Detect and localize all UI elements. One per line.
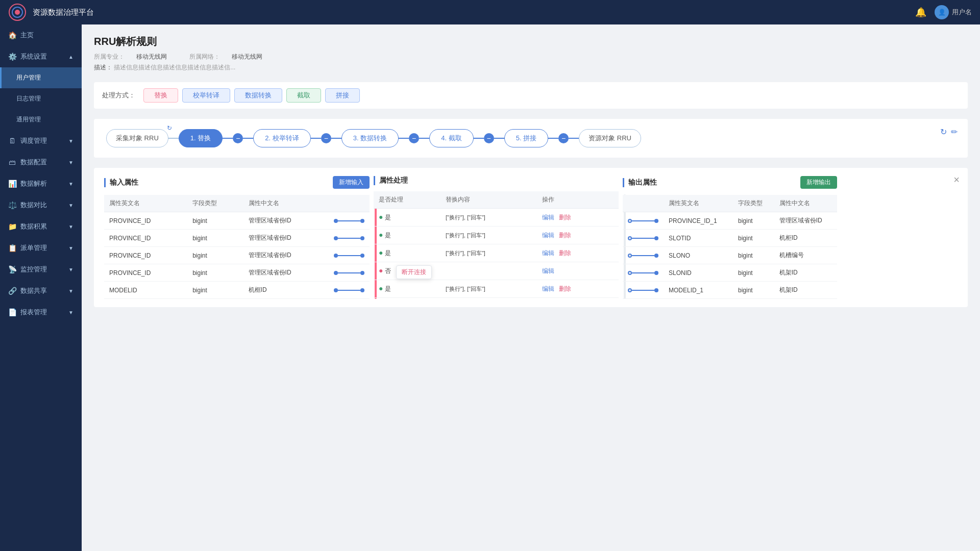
username-label: 用户名	[952, 8, 972, 17]
edit-btn-0[interactable]: 编辑	[542, 214, 554, 221]
flow-segment-4: −	[474, 133, 504, 143]
sidebar-item-data-share[interactable]: 🔗 数据共享 ▼	[0, 280, 82, 302]
process-dot-3: ●	[379, 266, 385, 274]
sidebar-item-data-config[interactable]: 🗃 数据配置 ▼	[0, 152, 82, 173]
data-config-icon: 🗃	[8, 158, 16, 166]
flow-line-2b	[331, 138, 341, 139]
process-dot-1: ●	[379, 231, 385, 239]
sidebar-item-system[interactable]: ⚙️ 系统设置 ▲	[0, 46, 82, 67]
input-table-row: PROVINCE_ID bigint 管理区域省份ID	[104, 247, 370, 264]
del-btn-1[interactable]: 删除	[559, 232, 571, 239]
flow-step-5[interactable]: 5. 拼接	[504, 129, 548, 147]
chevron-down-icon-share: ▼	[68, 288, 74, 294]
sidebar-label-data-share: 数据共享	[20, 286, 47, 295]
edit-btn-4[interactable]: 编辑	[542, 285, 554, 292]
col-eng-output: 属性英文名	[664, 195, 733, 212]
output-conn-1	[623, 230, 664, 247]
add-output-button[interactable]: 新增输出	[800, 176, 837, 189]
flow-line: 采集对象 RRU ↻ 1. 替换 − 2. 校举转译	[106, 129, 955, 147]
output-table-row: SLOTID bigint 机柜ID	[623, 230, 837, 247]
input-conn-3	[329, 264, 370, 282]
out-conn-dot-left-4	[628, 288, 632, 292]
process-mode-label: 处理方式：	[102, 91, 135, 100]
refresh-icon[interactable]: ↻	[167, 124, 172, 132]
out-conn-line-3	[632, 272, 654, 273]
flow-step-2[interactable]: 2. 校举转译	[253, 129, 310, 147]
out-conn-dot-left-0	[628, 219, 632, 223]
sidebar-item-order-mgmt[interactable]: 📋 派单管理 ▼	[0, 237, 82, 259]
add-input-button[interactable]: 新增输入	[333, 176, 370, 189]
process-table-row: ● 是 ["换行"], ["回车"] 编辑 删除	[374, 227, 619, 244]
process-flag-label-2: 是	[385, 249, 391, 257]
input-conn-1	[329, 230, 370, 247]
flow-line-3	[399, 138, 409, 139]
flow-edit-icon[interactable]: ✏	[951, 127, 958, 137]
col-conn-input	[329, 195, 370, 212]
main-content: RRU解析规则 所属专业： 移动无线网 所属网络： 移动无线网 描述： 描述信息…	[82, 24, 980, 551]
input-table-row: MODELID bigint 机框ID	[104, 282, 370, 299]
del-btn-2[interactable]: 删除	[559, 249, 571, 257]
process-dot-2: ●	[379, 248, 385, 257]
out-conn-line-4	[632, 290, 654, 291]
input-type-4: bigint	[187, 282, 243, 299]
sidebar-item-general-mgmt[interactable]: 通用管理	[0, 109, 82, 130]
flow-segment-3: −	[399, 133, 429, 143]
flow-step-3[interactable]: 3. 数据转换	[341, 129, 399, 147]
sidebar-item-report[interactable]: 📄 报表管理 ▼	[0, 302, 82, 323]
input-table: 属性英文名 字段类型 属性中文名 PROVINCE_ID bigint 管理区域…	[104, 195, 370, 299]
del-btn-0[interactable]: 删除	[559, 214, 571, 221]
input-eng-3: PROVINCE_ID	[104, 264, 187, 282]
sidebar-item-schedule[interactable]: 🗓 调度管理 ▼	[0, 130, 82, 152]
flow-refresh-icon[interactable]: ↻	[940, 127, 947, 137]
settings-icon: ⚙️	[8, 53, 16, 61]
mode-transliterate[interactable]: 校举转译	[182, 88, 230, 103]
process-modes-bar: 处理方式： 替换 校举转译 数据转换 截取 拼接	[94, 82, 968, 109]
conn-dot-right-0	[360, 219, 364, 223]
sidebar-item-data-accum[interactable]: 📁 数据积累 ▼	[0, 216, 82, 237]
flow-minus-5[interactable]: −	[558, 133, 569, 143]
edit-btn-1[interactable]: 编辑	[542, 232, 554, 239]
input-conn-4	[329, 282, 370, 299]
flow-step-1[interactable]: 1. 替换	[179, 129, 223, 147]
sidebar-item-monitor[interactable]: 📡 监控管理 ▼	[0, 259, 82, 280]
del-btn-4[interactable]: 删除	[559, 285, 571, 292]
chevron-up-icon: ▲	[68, 54, 74, 60]
out-conn-dot-right-3	[654, 271, 658, 275]
sidebar-label-general-mgmt: 通用管理	[16, 115, 41, 124]
col-process-flag: 是否处理	[374, 191, 440, 209]
mode-intercept[interactable]: 截取	[286, 88, 321, 103]
network-label: 所属网络： 移动无线网	[189, 53, 273, 60]
flow-minus-1[interactable]: −	[233, 133, 243, 143]
close-button[interactable]: ×	[953, 174, 960, 186]
sidebar-item-data-analysis[interactable]: 📊 数据解析 ▼	[0, 173, 82, 194]
flow-minus-3[interactable]: −	[409, 133, 419, 143]
edit-btn-3[interactable]: 编辑	[542, 267, 554, 274]
conn-dot-right-3	[360, 271, 364, 275]
flow-target-node: 资源对象 RRU	[579, 129, 641, 147]
process-flag-3: ● 否 断开连接	[374, 262, 440, 280]
notification-icon[interactable]: 🔔	[915, 7, 926, 18]
output-panel: 输出属性 新增输出 属性英文名 字段类型 属性中文名	[623, 176, 837, 299]
mode-replace[interactable]: 替换	[143, 88, 178, 103]
process-panel: 属性处理 是否处理 替换内容 操作 ● 是	[374, 176, 619, 299]
china-unicom-logo-icon	[8, 3, 27, 21]
sidebar-item-data-compare[interactable]: ⚖️ 数据对比 ▼	[0, 194, 82, 216]
flow-segment-1: −	[223, 133, 253, 143]
process-flag-label-1: 是	[385, 232, 391, 239]
sidebar-item-user-mgmt[interactable]: 用户管理	[0, 67, 82, 88]
process-action-2: 编辑 删除	[537, 244, 619, 262]
process-content-4: ["换行"], ["回车"]	[440, 280, 537, 298]
sidebar-label-data-config: 数据配置	[20, 158, 47, 167]
flow-step-4[interactable]: 4. 截取	[429, 129, 473, 147]
sidebar-item-log-mgmt[interactable]: 日志管理	[0, 88, 82, 109]
user-menu[interactable]: 👤 用户名	[935, 5, 972, 19]
svg-point-2	[15, 10, 20, 15]
avatar: 👤	[935, 5, 949, 19]
mode-convert[interactable]: 数据转换	[234, 88, 282, 103]
flow-minus-2[interactable]: −	[321, 133, 331, 143]
sidebar-item-home[interactable]: 🏠 主页	[0, 24, 82, 46]
mode-concat[interactable]: 拼接	[325, 88, 360, 103]
input-panel-header: 输入属性 新增输入	[104, 176, 370, 189]
flow-minus-4[interactable]: −	[484, 133, 494, 143]
edit-btn-2[interactable]: 编辑	[542, 249, 554, 257]
